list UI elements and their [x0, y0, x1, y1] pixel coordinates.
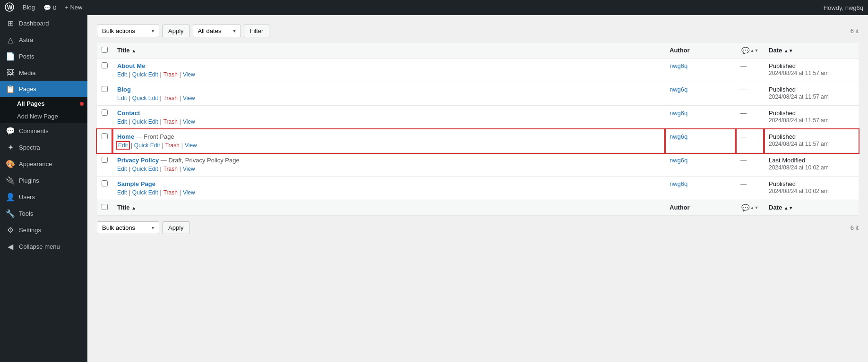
quick-edit-link[interactable]: Quick Edit: [132, 118, 158, 125]
bottom-bulk-actions-select[interactable]: Bulk actions: [97, 222, 159, 234]
top-dates-select[interactable]: All dates: [193, 25, 241, 37]
sidebar-item-label: Dashboard: [19, 20, 49, 27]
top-bulk-actions-dropdown[interactable]: Bulk actions: [97, 25, 159, 37]
page-title-link[interactable]: Contact: [117, 109, 140, 117]
date-value: 2024/08/24 at 11:57 am: [769, 70, 829, 76]
sidebar-item-astra[interactable]: △ Astra: [0, 32, 87, 48]
sidebar-item-media[interactable]: 🖼 Media: [0, 65, 87, 81]
sidebar-item-collapse[interactable]: ◀ Collapse menu: [0, 238, 87, 255]
select-all-bottom-checkbox[interactable]: [102, 204, 108, 210]
date-status: Published: [769, 62, 796, 69]
page-title-link[interactable]: Privacy Policy: [117, 157, 159, 164]
page-title-link[interactable]: Home: [117, 133, 134, 140]
sidebar-item-tools[interactable]: 🔧 Tools: [0, 205, 87, 222]
row-comment-cell: —: [736, 82, 764, 106]
page-title-suffix: — Front Page: [136, 133, 174, 140]
sidebar-item-label: Collapse menu: [19, 243, 60, 250]
top-toolbar: Bulk actions Apply All dates Filter 6 it: [97, 25, 859, 37]
view-link[interactable]: View: [183, 189, 195, 196]
view-link[interactable]: View: [183, 95, 195, 101]
author-link[interactable]: nwg6q: [670, 62, 688, 69]
trash-link[interactable]: Trash: [163, 166, 178, 172]
sidebar-item-pages[interactable]: 📋 Pages: [0, 81, 87, 97]
quick-edit-link[interactable]: Quick Edit: [132, 71, 158, 78]
row-checkbox[interactable]: [102, 109, 108, 116]
view-link[interactable]: View: [183, 71, 195, 78]
edit-link[interactable]: Edit: [117, 142, 129, 149]
sidebar-item-label: Pages: [19, 85, 36, 93]
row-title-cell: Contact Edit | Quick Edit | Trash | View: [112, 106, 665, 129]
row-actions: Edit | Quick Edit | Trash | View: [117, 118, 660, 125]
comment-sort-icon: ▲▼: [750, 48, 759, 53]
edit-link[interactable]: Edit: [117, 71, 127, 78]
view-link[interactable]: View: [185, 142, 197, 149]
header-comment[interactable]: 💬 ▲▼: [736, 43, 764, 59]
edit-link[interactable]: Edit: [117, 189, 127, 196]
header-title[interactable]: Title ▲: [112, 43, 665, 59]
date-label: Date: [769, 47, 782, 54]
sidebar-item-users[interactable]: 👤 Users: [0, 189, 87, 205]
row-checkbox[interactable]: [102, 62, 108, 68]
row-checkbox[interactable]: [102, 86, 108, 92]
sidebar-item-appearance[interactable]: 🎨 Appearance: [0, 156, 87, 172]
edit-link[interactable]: Edit: [117, 166, 127, 172]
edit-link[interactable]: Edit: [117, 118, 127, 125]
quick-edit-link[interactable]: Quick Edit: [132, 189, 158, 196]
quick-edit-link[interactable]: Quick Edit: [132, 95, 158, 101]
sidebar-item-add-new-page[interactable]: Add New Page: [0, 110, 87, 123]
top-dates-dropdown[interactable]: All dates: [193, 25, 241, 37]
sidebar-item-comments[interactable]: 💬 Comments: [0, 123, 87, 139]
bottom-apply-button[interactable]: Apply: [162, 221, 190, 234]
sidebar-item-dashboard[interactable]: ⊞ Dashboard: [0, 15, 87, 32]
trash-link[interactable]: Trash: [163, 189, 178, 196]
trash-link[interactable]: Trash: [163, 71, 178, 78]
author-link[interactable]: nwg6q: [670, 157, 688, 164]
row-checkbox[interactable]: [102, 180, 108, 186]
trash-link[interactable]: Trash: [165, 142, 180, 149]
row-author-cell: nwg6q: [665, 129, 736, 153]
row-date-cell: Published 2024/08/24 at 11:57 am: [764, 82, 859, 106]
header-date[interactable]: Date ▲▼: [764, 43, 859, 59]
author-link[interactable]: nwg6q: [670, 133, 688, 140]
footer-author: Author: [665, 200, 736, 216]
new-item-button[interactable]: + New: [61, 0, 86, 15]
top-bulk-actions-select[interactable]: Bulk actions: [97, 25, 159, 37]
author-link[interactable]: nwg6q: [670, 86, 688, 93]
sidebar-item-settings[interactable]: ⚙ Settings: [0, 222, 87, 238]
comments-link[interactable]: 💬 0: [43, 4, 56, 11]
row-date-cell: Published 2024/08/24 at 11:57 am: [764, 106, 859, 129]
bottom-bulk-actions-dropdown[interactable]: Bulk actions: [97, 221, 159, 234]
sidebar-item-spectra[interactable]: ✦ Spectra: [0, 139, 87, 156]
trash-link[interactable]: Trash: [163, 118, 178, 125]
view-link[interactable]: View: [183, 166, 195, 172]
top-apply-button[interactable]: Apply: [162, 25, 190, 37]
tools-icon: 🔧: [6, 209, 15, 218]
row-title-cell: Privacy Policy — Draft, Privacy Policy P…: [112, 153, 665, 177]
footer-checkbox-cell: [97, 200, 112, 216]
row-checkbox[interactable]: [102, 133, 108, 139]
page-title-link[interactable]: Sample Page: [117, 180, 155, 187]
trash-link[interactable]: Trash: [163, 95, 178, 101]
table-row: Blog Edit | Quick Edit | Trash | View nw…: [97, 82, 859, 106]
author-link[interactable]: nwg6q: [670, 109, 688, 117]
view-link[interactable]: View: [183, 118, 195, 125]
page-title-link[interactable]: About Me: [117, 62, 145, 69]
sidebar-item-label: Spectra: [19, 144, 40, 151]
row-checkbox[interactable]: [102, 157, 108, 163]
footer-title[interactable]: Title ▲: [112, 200, 665, 216]
sidebar-item-label: Media: [19, 69, 35, 76]
quick-edit-link[interactable]: Quick Edit: [134, 142, 160, 149]
author-link[interactable]: nwg6q: [670, 180, 688, 187]
quick-edit-link[interactable]: Quick Edit: [132, 166, 158, 172]
edit-link[interactable]: Edit: [117, 95, 127, 101]
sidebar-item-plugins[interactable]: 🔌 Plugins: [0, 172, 87, 189]
select-all-checkbox[interactable]: [102, 47, 108, 53]
row-comment-cell: —: [736, 59, 764, 82]
top-filter-button[interactable]: Filter: [244, 25, 270, 37]
row-actions: Edit | Quick Edit | Trash | View: [117, 71, 660, 78]
sidebar-item-posts[interactable]: 📄 Posts: [0, 48, 87, 65]
page-title-link[interactable]: Blog: [117, 86, 131, 93]
site-name[interactable]: Blog: [19, 0, 39, 15]
sidebar-item-all-pages[interactable]: All Pages: [0, 97, 87, 110]
footer-date[interactable]: Date ▲▼: [764, 200, 859, 216]
